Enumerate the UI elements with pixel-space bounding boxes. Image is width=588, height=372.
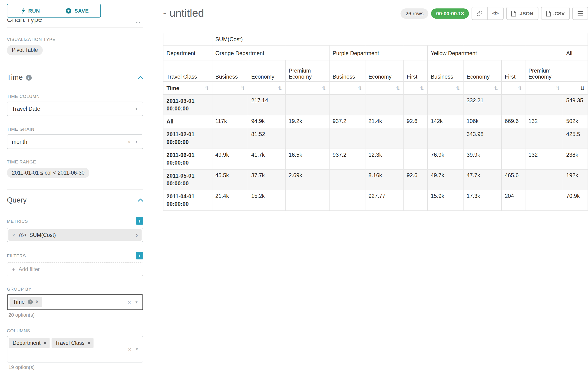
value-cell: 70.9k: [563, 190, 588, 211]
sort-icon[interactable]: ⇅: [205, 85, 209, 91]
add-metric-button[interactable]: +: [136, 217, 143, 225]
sort-icon[interactable]: ⇅: [396, 85, 400, 91]
clear-icon[interactable]: ×: [128, 346, 131, 352]
sort-cell[interactable]: ⇅: [403, 82, 428, 95]
run-button[interactable]: RUN: [7, 4, 54, 17]
value-cell: 41.7k: [248, 149, 285, 170]
value-cell: [329, 128, 365, 149]
time-section-title: Time: [7, 73, 23, 82]
value-cell: 15.9k: [427, 190, 463, 211]
time-grain-select[interactable]: month × ▼: [7, 134, 143, 149]
file-icon: [511, 11, 516, 16]
sort-cell[interactable]: ⇅: [365, 82, 403, 95]
sort-icon[interactable]: ⇅: [556, 85, 560, 91]
value-cell: 94.9k: [248, 115, 285, 128]
value-cell: 549.35: [563, 95, 588, 115]
value-cell: 16.5k: [285, 149, 329, 170]
value-cell: 47.7k: [463, 170, 502, 190]
sort-cell[interactable]: ⇅: [502, 82, 525, 95]
metric-name: SUM(Cost): [29, 232, 56, 238]
viz-type-pill[interactable]: Pivot Table: [7, 45, 43, 55]
copy-link-button[interactable]: [472, 7, 488, 20]
corner-cell: [163, 33, 212, 46]
sort-desc-icon[interactable]: ⇊: [580, 85, 585, 91]
metric-control[interactable]: × ƒ(x) SUM(Cost) ›: [7, 228, 143, 242]
columns-pill[interactable]: Travel Class×: [52, 338, 94, 348]
columns-select[interactable]: Department×Travel Class× × ▼: [7, 336, 143, 362]
column-header: Business: [427, 60, 463, 82]
remove-icon[interactable]: ×: [88, 340, 90, 346]
sort-icon[interactable]: ⇅: [494, 85, 498, 91]
time-range-pill[interactable]: 2011-01-01 ≤ col < 2011-06-30: [7, 168, 90, 178]
time-section-header[interactable]: Time i: [7, 72, 143, 83]
sort-icon[interactable]: ⇅: [322, 85, 326, 91]
json-label: .JSON: [518, 11, 533, 16]
pill-label: Department: [12, 340, 41, 346]
share-button-group: </>: [472, 7, 504, 20]
value-cell: [525, 128, 563, 149]
sort-icon[interactable]: ⇅: [420, 85, 424, 91]
value-cell: 465.6: [502, 170, 525, 190]
sort-icon[interactable]: ⇅: [518, 85, 522, 91]
sort-cell[interactable]: ⇅: [248, 82, 285, 95]
value-cell: 17.3k: [463, 190, 502, 211]
link-icon: [476, 10, 483, 16]
value-cell: 204: [502, 190, 525, 211]
column-group-header: Yellow Department: [427, 46, 563, 60]
clear-icon[interactable]: ×: [128, 139, 131, 145]
time-column-value: Travel Date: [12, 106, 135, 112]
sort-cell[interactable]: ⇊: [563, 82, 588, 95]
sort-cell[interactable]: ⇅: [285, 82, 329, 95]
save-button[interactable]: SAVE: [54, 4, 101, 17]
export-json-button[interactable]: .JSON: [506, 7, 538, 20]
sort-icon[interactable]: ⇅: [358, 85, 362, 91]
sort-icon[interactable]: ⇅: [278, 85, 282, 91]
embed-code-button[interactable]: </>: [487, 7, 504, 20]
time-column-label: TIME COLUMN: [7, 94, 143, 99]
sort-cell[interactable]: ⇅: [212, 82, 248, 95]
remove-icon[interactable]: ×: [36, 299, 39, 304]
columns-pill[interactable]: Department×: [9, 338, 50, 348]
value-cell: [502, 149, 525, 170]
column-header: Business: [329, 60, 365, 82]
query-section-header[interactable]: Query: [7, 194, 143, 206]
sort-cell[interactable]: ⇅: [427, 82, 463, 95]
add-filter-plus-button[interactable]: +: [136, 252, 143, 259]
table-row: 2011-04-01 00:00:0021.4k15.2k927.7715.9k…: [163, 190, 588, 211]
sort-icon[interactable]: ⇅: [241, 85, 245, 91]
time-column-select[interactable]: Travel Date ▼: [7, 102, 143, 116]
table-row: 2011-06-01 00:00:0049.9k41.7k16.5k937.21…: [163, 149, 588, 170]
sort-icon[interactable]: ⇅: [456, 85, 460, 91]
row-header: 2011-06-01 00:00:00: [163, 149, 212, 170]
export-csv-button[interactable]: .CSV: [541, 7, 570, 20]
remove-icon[interactable]: ×: [44, 340, 46, 346]
chevron-up-icon[interactable]: [138, 199, 143, 202]
value-cell: 8.16k: [365, 170, 403, 190]
sort-cell[interactable]: ⇅: [329, 82, 365, 95]
groupby-pill[interactable]: Timei×: [10, 297, 42, 307]
pill-label: Time: [13, 299, 25, 305]
hamburger-menu-icon: [577, 11, 583, 16]
row-axis-header[interactable]: Time ⇅: [163, 82, 212, 95]
sort-cell[interactable]: ⇅: [525, 82, 563, 95]
group-by-select[interactable]: Timei× × ▼: [7, 294, 143, 310]
value-cell: 37.7k: [248, 170, 285, 190]
chevron-right-icon[interactable]: ›: [136, 232, 138, 238]
value-cell: 92.6: [403, 115, 428, 128]
more-options-button[interactable]: [572, 7, 588, 20]
add-filter-button[interactable]: + Add filter: [7, 263, 143, 276]
chart-title: - untitled: [163, 7, 204, 20]
clear-icon[interactable]: ×: [128, 299, 131, 305]
divider: [7, 27, 143, 28]
remove-icon[interactable]: ×: [12, 232, 15, 238]
column-group-header: Orange Department: [212, 46, 329, 60]
sort-cell[interactable]: ⇅: [463, 82, 502, 95]
metric-pill[interactable]: × ƒ(x) SUM(Cost) ›: [8, 229, 142, 241]
caret-down-icon: ▼: [135, 347, 139, 351]
value-cell: [403, 128, 428, 149]
metrics-label: METRICS: [7, 219, 28, 223]
chevron-up-icon[interactable]: [138, 76, 143, 79]
section-title-chart-type: Chart Type: [7, 19, 143, 23]
value-cell: 76.9k: [427, 149, 463, 170]
query-timer-badge: 00:00:00.18: [431, 8, 469, 18]
